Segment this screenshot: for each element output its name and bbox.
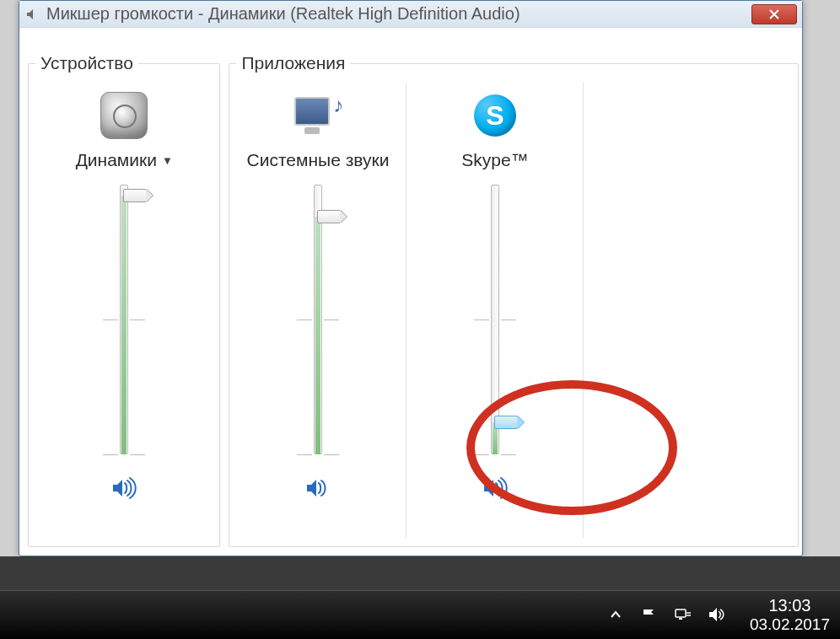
skype-volume-slider[interactable] <box>491 185 499 454</box>
svg-rect-0 <box>676 609 686 617</box>
skype-mute-button[interactable] <box>478 473 512 503</box>
device-group: Устройство Динамики ▼ <box>28 53 220 547</box>
app-column-empty <box>584 82 761 538</box>
taskbar[interactable]: 13:03 03.02.2017 <box>0 590 840 639</box>
taskbar-time: 13:03 <box>750 595 830 615</box>
svg-rect-1 <box>679 618 682 620</box>
tray-network-icon[interactable] <box>674 608 692 621</box>
tray-flag-icon[interactable] <box>640 608 659 621</box>
taskbar-clock[interactable]: 13:03 03.02.2017 <box>750 595 830 635</box>
titlebar[interactable]: Микшер громкости - Динамики (Realtek Hig… <box>19 1 802 28</box>
window-title: Микшер громкости - Динамики (Realtek Hig… <box>46 4 751 24</box>
system-sounds-mute-button[interactable] <box>301 473 335 503</box>
device-group-label: Устройство <box>35 53 138 73</box>
chevron-down-icon: ▼ <box>162 154 173 167</box>
tray-chevron-up-icon[interactable] <box>606 609 625 620</box>
system-tray: 13:03 03.02.2017 <box>606 595 830 635</box>
system-sounds-icon[interactable]: ♪ <box>293 85 343 146</box>
applications-group-label: Приложения <box>236 53 350 73</box>
slider-thumb[interactable] <box>123 189 147 202</box>
close-button[interactable] <box>751 4 797 24</box>
device-volume-slider[interactable] <box>120 185 128 454</box>
device-label: Динамики <box>76 150 157 170</box>
applications-group: Приложения ♪ Системные звуки <box>229 53 799 547</box>
taskbar-date: 03.02.2017 <box>750 615 830 635</box>
device-column: Динамики ▼ <box>29 82 219 538</box>
device-selector[interactable]: Динамики ▼ <box>76 148 173 173</box>
app-label[interactable]: Skype™ <box>461 148 528 173</box>
app-column-skype: S Skype™ <box>407 82 584 538</box>
window-body: Устройство Динамики ▼ <box>19 28 802 556</box>
volume-mixer-window: Микшер громкости - Динамики (Realtek Hig… <box>19 0 803 556</box>
desktop-background <box>0 556 840 590</box>
window-speaker-icon <box>24 7 40 22</box>
app-label[interactable]: Системные звуки <box>247 148 390 173</box>
skype-icon[interactable]: S <box>474 85 516 146</box>
slider-thumb[interactable] <box>317 210 341 223</box>
device-icon[interactable] <box>100 85 148 146</box>
system-sounds-volume-slider[interactable] <box>314 185 322 454</box>
device-mute-button[interactable] <box>107 473 141 503</box>
tray-volume-icon[interactable] <box>708 607 726 622</box>
app-column-system-sounds: ♪ Системные звуки <box>229 82 407 538</box>
slider-thumb[interactable] <box>494 416 518 429</box>
